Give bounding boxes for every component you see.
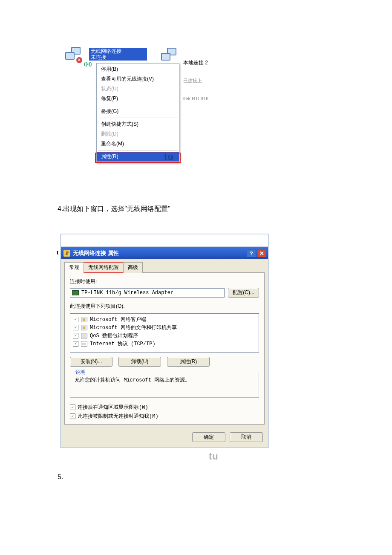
context-menu: 停用(B)查看可用的无线连接(V)状态(U)修复(P)桥接(G)创建快捷方式(S… [96,63,179,163]
notify-limited-checkbox[interactable]: ✓ [70,413,75,419]
list-item[interactable]: ✓Microsoft 网络的文件和打印机共享 [73,324,256,332]
configure-button[interactable]: 配置(C)... [228,288,259,298]
item-label: Microsoft 网络的文件和打印机共享 [90,324,177,331]
connect-using-label: 连接时使用: [70,278,259,285]
item-checkbox[interactable]: ✓ [73,317,78,322]
item-checkbox[interactable]: ✓ [73,333,78,338]
list-item[interactable]: ✓Internet 协议 (TCP/IP) [73,340,256,348]
item-label: Internet 协议 (TCP/IP) [90,340,156,347]
item-checkbox[interactable]: ✓ [73,341,78,347]
cancel-button[interactable]: 取消 [230,432,263,442]
ok-button[interactable]: 确定 [192,432,225,442]
connection-items-list[interactable]: ✓Microsoft 网络客户端✓Microsoft 网络的文件和打印机共享✓Q… [70,313,259,353]
menu-item[interactable]: 桥接(G) [97,107,179,116]
nic-icon [72,290,79,295]
menu-separator [98,150,178,150]
tab-general[interactable]: 常规 [64,262,84,273]
qos-icon [81,333,87,338]
dialog-title: 无线网络连接 属性 [73,249,119,257]
menu-item[interactable]: 修复(P) [97,94,179,104]
properties-dialog-screenshot: t ⇵ 无线网络连接 属性 ? ✕ 常规 无线网络配置 高级 连接时使用: TP… [60,234,269,448]
show-icon-label: 连接后在通知区域显示图标(W) [78,404,148,411]
list-item[interactable]: ✓Microsoft 网络客户端 [73,315,256,324]
cropped-letter: t [57,249,58,256]
adapter-name: TP-LINK 11b/g Wireless Adapter [81,290,173,296]
menu-item[interactable]: 创建快捷方式(S) [97,119,179,129]
step-5-text: 5. [58,473,63,481]
item-label: QoS 数据包计划程序 [90,332,138,339]
help-button[interactable]: ? [247,249,256,257]
properties-dialog: ⇵ 无线网络连接 属性 ? ✕ 常规 无线网络配置 高级 连接时使用: TP-L… [61,247,268,447]
wireless-connection-label: 无线网络连接 未连接 [89,48,147,61]
watermark-tu: tu [164,151,174,162]
description-text: 允许您的计算机访问 Microsoft 网络上的资源。 [75,376,254,384]
item-label: Microsoft 网络客户端 [90,316,146,323]
install-button[interactable]: 安装(N)... [70,357,112,367]
tab-advanced[interactable]: 高级 [123,262,143,273]
list-item[interactable]: ✓QoS 数据包计划程序 [73,332,256,340]
dialog-footer: 确定 取消 [61,428,268,447]
description-groupbox: 说明 允许您的计算机访问 Microsoft 网络上的资源。 [70,372,259,398]
tab-panel-general: 连接时使用: TP-LINK 11b/g Wireless Adapter 配置… [64,272,265,425]
dialog-title-icon: ⇵ [63,250,70,257]
local-connection-title: 本地连接 2 [183,60,208,66]
local-connection-status: 已连接上 [183,78,208,84]
menu-item: 状态(U) [97,84,179,94]
tab-wireless-config[interactable]: 无线网络配置 [84,262,124,273]
client-icon [81,317,87,322]
disconnected-x-icon: × [76,57,82,63]
close-button[interactable]: ✕ [257,249,266,257]
client-icon [81,325,87,330]
dialog-titlebar: ⇵ 无线网络连接 属性 ? ✕ [61,247,268,259]
item-properties-button[interactable]: 属性(R) [167,357,210,367]
menu-separator [98,118,178,118]
menu-item[interactable]: 查看可用的无线连接(V) [97,74,179,84]
menu-item[interactable]: 重命名(M) [97,139,179,149]
menu-separator [98,105,178,105]
description-legend: 说明 [74,369,87,376]
menu-item: 删除(D) [97,129,179,139]
window-chrome-fragment [61,234,268,247]
tcp-icon [81,341,87,347]
wifi-signal-icon: ((•)) [84,61,92,66]
watermark-tu-2: tu [209,451,219,462]
uninstall-button[interactable]: 卸载(U) [118,357,161,367]
items-label: 此连接使用下列项目(O): [70,303,259,310]
show-icon-checkbox[interactable]: ✓ [70,405,75,410]
adapter-field: TP-LINK 11b/g Wireless Adapter [70,288,225,298]
notify-limited-label: 此连接被限制或无连接时通知我(M) [78,413,159,420]
tab-strip: 常规 无线网络配置 高级 [64,262,265,272]
menu-item[interactable]: 停用(B) [97,64,179,74]
item-checkbox[interactable]: ✓ [73,325,78,330]
local-connection-device: ltek RTL816 [183,95,208,101]
step-4-text: 4.出现如下窗口，选择"无线网络配置" [58,205,170,214]
context-menu-screenshot: × ((•)) 无线网络连接 未连接 本地连接 2 已连接上 ltek RTL8… [65,47,227,68]
